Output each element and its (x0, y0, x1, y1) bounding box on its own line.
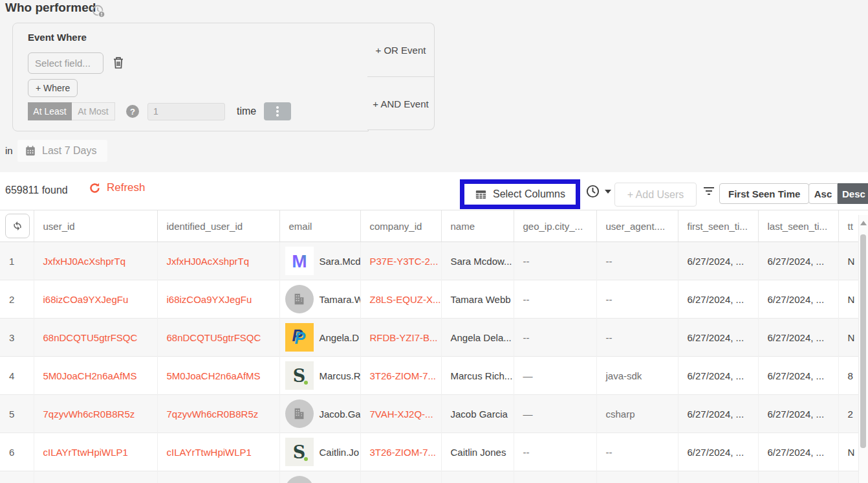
user-id-link[interactable]: cILAYrTtwHpiWLP1 (43, 447, 128, 458)
refresh-label: Refresh (107, 181, 146, 194)
col-header-email[interactable]: email (279, 210, 360, 242)
sort-field-button[interactable]: First Seen Time (719, 183, 809, 204)
user-id-link[interactable]: 7qzyvWh6cR0B8R5z (43, 409, 135, 420)
scroll-up-arrow-icon[interactable] (860, 221, 867, 225)
table-row[interactable]: 4 5M0JoaCH2n6aAfMS 5M0JoaCH2n6aAfMS S Ma… (0, 357, 868, 395)
identified-user-id-link[interactable]: cILAYrTtwHpiWLP1 (167, 447, 252, 458)
delete-filter-button[interactable] (111, 56, 125, 71)
identified-user-id-link[interactable]: JxfxHJ0AcXshprTq (167, 256, 250, 267)
desc-button[interactable]: Desc (838, 183, 868, 204)
in-label: in (5, 145, 13, 156)
identified-user-id-link[interactable]: i68izCOa9YXJegFu (167, 294, 252, 305)
last-seen-value: 6/27/2024, ... (758, 395, 838, 433)
col-header-company-id[interactable]: company_id (360, 210, 441, 242)
table-row[interactable]: 7 H2xOf8JYQ1Nm4k53 H2xOf8JYQ1Nm4k53 (0, 471, 868, 483)
svg-text:M: M (292, 251, 307, 271)
select-field-dropdown[interactable]: Select field... (28, 52, 103, 74)
user-id-link[interactable]: i68izCOa9YXJegFu (43, 294, 129, 305)
col-header-geo[interactable]: geo_ip.city_... (514, 210, 596, 242)
time-label: time (237, 106, 256, 117)
clock-alert-icon (91, 4, 105, 18)
help-icon[interactable]: ? (126, 105, 139, 118)
filter-icon (702, 187, 715, 195)
row-index: 1 (0, 242, 34, 280)
company-id-link[interactable]: 3T26-ZIOM-7... (370, 370, 437, 381)
name-value: Marcus Rich... (441, 357, 514, 395)
add-where-button[interactable]: + Where (28, 79, 78, 97)
col-header-name[interactable]: name (441, 210, 514, 242)
time-options-dropdown[interactable] (585, 184, 611, 199)
at-least-toggle[interactable]: At Least (28, 102, 72, 120)
event-where-panel: Event Where Select field... + Where At L… (12, 23, 369, 131)
name-value: Caitlin Jones (441, 433, 514, 471)
company-id-link[interactable]: 3T26-ZIOM-7... (370, 447, 437, 458)
col-header-identified-user-id[interactable]: identified_user_id (157, 210, 279, 242)
geo-value: -- (514, 433, 596, 471)
table-row[interactable]: 1 JxfxHJ0AcXshprTq JxfxHJ0AcXshprTq M (0, 242, 868, 280)
row-index: 5 (0, 395, 34, 433)
users-table: user_id identified_user_id email company… (0, 210, 868, 483)
table-row[interactable]: 5 7qzyvWh6cR0B8R5z 7qzyvWh6cR0B8R5z (0, 395, 868, 433)
scrollbar-thumb[interactable] (860, 234, 866, 448)
geo-value: -- (514, 280, 596, 319)
user-agent-value: -- (596, 433, 678, 471)
row-index: 6 (0, 433, 34, 471)
first-seen-value: 6/27/2024, ... (678, 280, 758, 319)
identified-user-id-link[interactable]: 7qzyvWh6cR0B8R5z (167, 409, 259, 420)
company-logo-building (285, 399, 314, 428)
identified-user-id-link[interactable]: 68nDCQTU5gtrFSQC (167, 332, 261, 343)
col-header-user-id[interactable]: user_id (34, 210, 157, 242)
kebab-icon (276, 110, 279, 113)
table-row[interactable]: 2 i68izCOa9YXJegFu i68izCOa9YXJegFu (0, 280, 868, 319)
table-row[interactable]: 6 cILAYrTtwHpiWLP1 cILAYrTtwHpiWLP1 S Ca… (0, 433, 868, 471)
frequency-row: At Least At Most ? time (28, 102, 291, 120)
or-and-event-box: + OR Event + AND Event (367, 23, 435, 130)
col-header-first-seen[interactable]: first_seen_ti... (678, 210, 758, 242)
col-header-user-agent[interactable]: user_agent.... (596, 210, 678, 242)
user-id-link[interactable]: 68nDCQTU5gtrFSQC (43, 332, 138, 343)
date-range-button[interactable]: Last 7 Days (17, 140, 107, 162)
company-id-link[interactable]: P37E-Y3TC-2... (370, 256, 439, 267)
vertical-scrollbar[interactable] (858, 215, 868, 483)
company-id-link[interactable]: 7VAH-XJ2Q-... (370, 409, 433, 420)
add-or-event-button[interactable]: + OR Event (367, 23, 434, 77)
identified-user-id-link[interactable]: 5M0JoaCH2n6aAfMS (167, 370, 261, 381)
at-most-toggle[interactable]: At Most (72, 102, 115, 120)
company-logo-s: S (285, 438, 314, 466)
row-index: 4 (0, 357, 34, 395)
first-seen-value: 6/27/2024, ... (678, 357, 758, 395)
name-value: Sara Mcdow... (441, 242, 514, 280)
table-grid-icon (475, 188, 487, 201)
asc-button[interactable]: Asc (808, 183, 838, 204)
last-seen-value: 6/27/2024, ... (758, 433, 838, 471)
user-id-link[interactable]: JxfxHJ0AcXshprTq (43, 256, 126, 267)
company-id-link[interactable]: RFDB-YZI7-B... (370, 332, 438, 343)
company-id-link[interactable]: Z8LS-EQUZ-X... (370, 294, 441, 305)
add-users-button[interactable]: + Add Users (614, 183, 697, 207)
count-input[interactable] (147, 103, 225, 120)
first-seen-value: 6/27/2024, ... (678, 242, 758, 280)
select-columns-label: Select Columns (493, 188, 565, 200)
date-range-label: Last 7 Days (42, 145, 96, 157)
sort-order-toggle: Asc Desc (808, 183, 868, 204)
company-logo-paypal: P P (285, 323, 314, 352)
chevron-down-icon (605, 190, 611, 194)
row-index: 3 (0, 319, 34, 357)
filter-button[interactable] (702, 186, 715, 197)
company-logo-s: S (285, 361, 314, 390)
first-seen-value: 6/27/2024, ... (678, 395, 758, 433)
page-title: Who performed (5, 1, 96, 15)
company-logo-building (285, 285, 314, 313)
sync-icon (12, 220, 23, 232)
add-and-event-button[interactable]: + AND Event (367, 77, 434, 130)
table-row[interactable]: 3 68nDCQTU5gtrFSQC 68nDCQTU5gtrFSQC P P … (0, 319, 868, 357)
last-seen-value: 6/27/2024, ... (758, 319, 838, 357)
table-header-row: user_id identified_user_id email company… (0, 210, 868, 242)
user-id-link[interactable]: 5M0JoaCH2n6aAfMS (43, 370, 137, 381)
frequency-options-button[interactable] (264, 102, 291, 120)
col-header-last-seen[interactable]: last_seen_ti... (758, 210, 838, 242)
user-agent-value: java-sdk (596, 357, 678, 395)
refresh-button[interactable]: Refresh (89, 181, 146, 194)
select-columns-button[interactable]: Select Columns (464, 184, 576, 205)
reload-table-button[interactable] (5, 214, 30, 238)
